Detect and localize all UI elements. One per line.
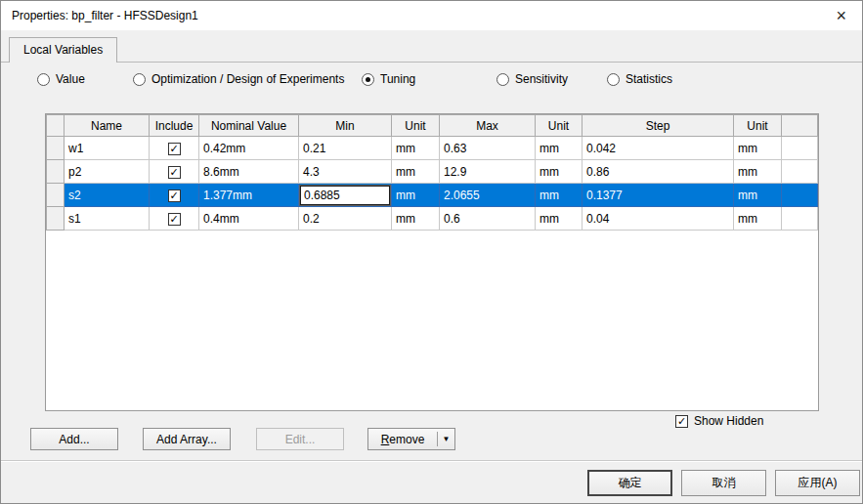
- col-header-unit-step: Unit: [734, 115, 782, 137]
- corner-header: [47, 115, 65, 137]
- radio-value-label: Value: [56, 72, 85, 86]
- cell-min[interactable]: 4.3: [299, 160, 392, 184]
- dropdown-arrow-icon[interactable]: ▼: [438, 435, 454, 443]
- cell-name[interactable]: w1: [65, 137, 150, 160]
- titlebar: Properties: bp_filter - HFSSDesign1 ×: [1, 1, 862, 30]
- footer-separator: [1, 460, 863, 462]
- cell-name[interactable]: s1: [65, 207, 150, 231]
- radio-circle-icon: [496, 73, 509, 86]
- cell-unit-max[interactable]: mm: [536, 184, 583, 207]
- cell-unit-step[interactable]: mm: [734, 184, 782, 207]
- col-header-nominal-value: Nominal Value: [199, 115, 299, 137]
- checkbox-checked-icon: ✓: [675, 415, 688, 428]
- cell-nominal[interactable]: 0.4mm: [199, 207, 299, 231]
- cancel-button[interactable]: 取消: [681, 470, 766, 496]
- row-selector[interactable]: [47, 207, 65, 231]
- cell-unit-min[interactable]: mm: [392, 207, 440, 231]
- cell-unit-max[interactable]: mm: [536, 207, 583, 231]
- cell-max[interactable]: 12.9: [440, 160, 536, 184]
- min-edit-input[interactable]: [300, 186, 390, 205]
- cell-unit-max[interactable]: mm: [536, 160, 583, 184]
- cell-unit-step[interactable]: mm: [734, 137, 782, 160]
- cell-filler: [782, 184, 818, 207]
- cell-step[interactable]: 0.042: [583, 137, 734, 160]
- checkbox-checked-icon[interactable]: ✓: [168, 143, 181, 155]
- edit-button: Edit...: [256, 428, 344, 450]
- radio-tuning-label: Tuning: [380, 72, 415, 86]
- radio-value[interactable]: Value: [37, 71, 85, 87]
- cell-name[interactable]: p2: [65, 160, 150, 184]
- cell-include[interactable]: ✓: [150, 137, 199, 160]
- table-row-s1[interactable]: s1 ✓ 0.4mm 0.2 mm 0.6 mm 0.04 mm: [47, 207, 818, 231]
- cell-min[interactable]: 0.21: [299, 137, 392, 160]
- cell-include[interactable]: ✓: [150, 184, 199, 207]
- close-icon[interactable]: ×: [836, 4, 846, 27]
- cell-unit-step[interactable]: mm: [734, 160, 782, 184]
- col-header-unit-min: Unit: [392, 115, 440, 137]
- radio-sensitivity[interactable]: Sensitivity: [496, 71, 568, 87]
- radio-circle-icon: [133, 73, 146, 86]
- cell-nominal[interactable]: 8.6mm: [199, 160, 299, 184]
- apply-button[interactable]: 应用(A): [775, 470, 860, 496]
- table-row-s2-selected[interactable]: s2 ✓ 1.377mm mm 2.0655 mm 0.1377 mm: [47, 184, 818, 207]
- cell-step[interactable]: 0.04: [583, 207, 734, 231]
- cell-min-editing[interactable]: [299, 184, 392, 207]
- col-header-max: Max: [440, 115, 536, 137]
- cell-max[interactable]: 0.63: [440, 137, 536, 160]
- row-selector[interactable]: [47, 137, 65, 160]
- table-row-w1[interactable]: w1 ✓ 0.42mm 0.21 mm 0.63 mm 0.042 mm: [47, 137, 818, 160]
- remove-label: Remove: [368, 433, 437, 446]
- row-selector[interactable]: [47, 184, 65, 207]
- cell-include[interactable]: ✓: [150, 207, 199, 231]
- properties-dialog: Properties: bp_filter - HFSSDesign1 × Lo…: [0, 0, 863, 504]
- variables-table: Name Include Nominal Value Min Unit Max …: [46, 114, 818, 231]
- cell-unit-max[interactable]: mm: [536, 137, 583, 160]
- add-array-button[interactable]: Add Array...: [143, 428, 231, 450]
- col-header-min: Min: [299, 115, 392, 137]
- cell-max[interactable]: 2.0655: [440, 184, 536, 207]
- radio-statistics[interactable]: Statistics: [607, 71, 672, 87]
- cell-nominal[interactable]: 1.377mm: [199, 184, 299, 207]
- show-hidden-checkbox[interactable]: ✓ Show Hidden: [675, 414, 763, 428]
- filler-header: [782, 115, 818, 137]
- checkbox-checked-icon[interactable]: ✓: [168, 189, 181, 202]
- cell-step[interactable]: 0.1377: [583, 184, 734, 207]
- row-selector[interactable]: [47, 160, 65, 184]
- col-header-step: Step: [583, 115, 734, 137]
- checkbox-checked-icon[interactable]: ✓: [168, 166, 181, 179]
- cell-step[interactable]: 0.86: [583, 160, 734, 184]
- table-row-p2[interactable]: p2 ✓ 8.6mm 4.3 mm 12.9 mm 0.86 mm: [47, 160, 818, 184]
- cell-filler: [782, 160, 818, 184]
- radio-sensitivity-label: Sensitivity: [515, 72, 568, 86]
- cell-unit-step[interactable]: mm: [734, 207, 782, 231]
- cell-nominal[interactable]: 0.42mm: [199, 137, 299, 160]
- ok-button[interactable]: 确定: [587, 470, 672, 496]
- cell-include[interactable]: ✓: [150, 160, 199, 184]
- cell-unit-min[interactable]: mm: [392, 137, 440, 160]
- cell-min[interactable]: 0.2: [299, 207, 392, 231]
- cell-unit-min[interactable]: mm: [392, 160, 440, 184]
- cell-max[interactable]: 0.6: [440, 207, 536, 231]
- variables-grid: Name Include Nominal Value Min Unit Max …: [45, 113, 819, 411]
- cell-unit-min[interactable]: mm: [392, 184, 440, 207]
- checkbox-checked-icon[interactable]: ✓: [168, 213, 181, 226]
- radio-optimization-label: Optimization / Design of Experiments: [151, 72, 344, 86]
- col-header-include: Include: [150, 115, 199, 137]
- tab-divider: [1, 62, 863, 63]
- cell-filler: [782, 207, 818, 231]
- col-header-name: Name: [65, 115, 150, 137]
- cell-name[interactable]: s2: [65, 184, 150, 207]
- radio-circle-icon: [37, 73, 50, 86]
- remove-button[interactable]: Remove ▼: [367, 428, 455, 450]
- header-row: Name Include Nominal Value Min Unit Max …: [47, 115, 818, 137]
- show-hidden-label: Show Hidden: [694, 414, 763, 428]
- cell-filler: [782, 137, 818, 160]
- col-header-unit-max: Unit: [536, 115, 583, 137]
- window-title: Properties: bp_filter - HFSSDesign1: [12, 9, 198, 22]
- radio-selected-icon: [362, 73, 374, 86]
- tab-local-variables[interactable]: Local Variables: [9, 37, 117, 63]
- add-button[interactable]: Add...: [30, 428, 118, 450]
- radio-optimization[interactable]: Optimization / Design of Experiments: [133, 71, 344, 87]
- radio-statistics-label: Statistics: [626, 72, 672, 86]
- radio-tuning[interactable]: Tuning: [362, 71, 415, 87]
